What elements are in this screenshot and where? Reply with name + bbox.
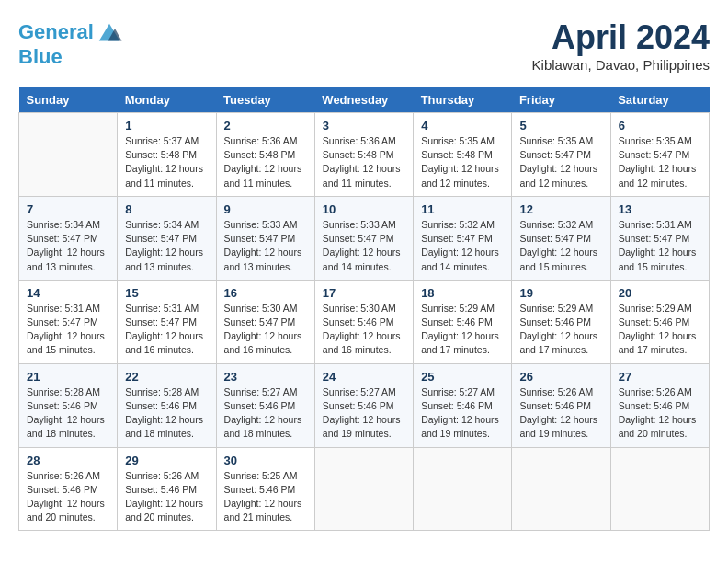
day-info: Sunrise: 5:35 AM Sunset: 5:48 PM Dayligh… bbox=[421, 134, 504, 190]
day-info: Sunrise: 5:29 AM Sunset: 5:46 PM Dayligh… bbox=[421, 302, 504, 358]
calendar-cell: 21Sunrise: 5:28 AM Sunset: 5:46 PM Dayli… bbox=[19, 363, 118, 447]
calendar-header-row: SundayMondayTuesdayWednesdayThursdayFrid… bbox=[19, 87, 710, 113]
day-info: Sunrise: 5:31 AM Sunset: 5:47 PM Dayligh… bbox=[125, 302, 208, 358]
day-number: 26 bbox=[519, 370, 602, 384]
calendar-cell: 1Sunrise: 5:37 AM Sunset: 5:48 PM Daylig… bbox=[118, 113, 216, 197]
day-info: Sunrise: 5:26 AM Sunset: 5:46 PM Dayligh… bbox=[619, 385, 701, 442]
calendar-cell: 4Sunrise: 5:35 AM Sunset: 5:48 PM Daylig… bbox=[414, 113, 512, 197]
day-info: Sunrise: 5:32 AM Sunset: 5:47 PM Dayligh… bbox=[519, 218, 602, 274]
day-info: Sunrise: 5:26 AM Sunset: 5:46 PM Dayligh… bbox=[125, 469, 208, 525]
day-number: 1 bbox=[125, 119, 208, 132]
calendar-cell: 26Sunrise: 5:26 AM Sunset: 5:46 PM Dayli… bbox=[512, 363, 610, 447]
day-number: 17 bbox=[323, 286, 405, 300]
calendar-cell: 18Sunrise: 5:29 AM Sunset: 5:46 PM Dayli… bbox=[414, 280, 512, 363]
day-info: Sunrise: 5:34 AM Sunset: 5:47 PM Dayligh… bbox=[125, 218, 208, 274]
calendar-cell: 19Sunrise: 5:29 AM Sunset: 5:46 PM Dayli… bbox=[512, 280, 610, 363]
calendar-cell: 24Sunrise: 5:27 AM Sunset: 5:46 PM Dayli… bbox=[314, 363, 413, 447]
calendar-cell: 29Sunrise: 5:26 AM Sunset: 5:46 PM Dayli… bbox=[118, 447, 216, 531]
logo-text2: Blue bbox=[18, 46, 123, 68]
calendar-cell bbox=[414, 447, 512, 531]
day-number: 25 bbox=[421, 370, 504, 384]
calendar-cell: 27Sunrise: 5:26 AM Sunset: 5:46 PM Dayli… bbox=[610, 363, 709, 447]
logo: General Blue bbox=[18, 18, 123, 68]
calendar-cell: 16Sunrise: 5:30 AM Sunset: 5:47 PM Dayli… bbox=[216, 280, 314, 363]
calendar-cell: 25Sunrise: 5:27 AM Sunset: 5:46 PM Dayli… bbox=[414, 363, 512, 447]
calendar-body: 1Sunrise: 5:37 AM Sunset: 5:48 PM Daylig… bbox=[19, 113, 710, 531]
day-info: Sunrise: 5:30 AM Sunset: 5:46 PM Dayligh… bbox=[323, 302, 405, 358]
day-info: Sunrise: 5:29 AM Sunset: 5:46 PM Dayligh… bbox=[519, 302, 602, 358]
page-header: General Blue April 2024 Kiblawan, Davao,… bbox=[18, 18, 710, 73]
day-info: Sunrise: 5:28 AM Sunset: 5:46 PM Dayligh… bbox=[125, 385, 208, 442]
col-header-friday: Friday bbox=[512, 87, 610, 113]
calendar-week-row: 21Sunrise: 5:28 AM Sunset: 5:46 PM Dayli… bbox=[19, 363, 710, 447]
calendar-cell bbox=[610, 447, 709, 531]
day-number: 10 bbox=[323, 202, 405, 216]
col-header-thursday: Thursday bbox=[414, 87, 512, 113]
day-number: 27 bbox=[619, 370, 701, 384]
calendar-cell: 2Sunrise: 5:36 AM Sunset: 5:48 PM Daylig… bbox=[216, 113, 314, 197]
day-number: 12 bbox=[519, 202, 602, 216]
day-info: Sunrise: 5:31 AM Sunset: 5:47 PM Dayligh… bbox=[619, 218, 701, 274]
col-header-sunday: Sunday bbox=[19, 87, 118, 113]
month-title: April 2024 bbox=[532, 18, 710, 57]
day-info: Sunrise: 5:29 AM Sunset: 5:46 PM Dayligh… bbox=[619, 302, 701, 358]
day-info: Sunrise: 5:33 AM Sunset: 5:47 PM Dayligh… bbox=[224, 218, 307, 274]
day-number: 18 bbox=[421, 286, 504, 300]
calendar-cell bbox=[314, 447, 413, 531]
calendar-cell: 30Sunrise: 5:25 AM Sunset: 5:46 PM Dayli… bbox=[216, 447, 314, 531]
day-info: Sunrise: 5:32 AM Sunset: 5:47 PM Dayligh… bbox=[421, 218, 504, 274]
calendar-week-row: 7Sunrise: 5:34 AM Sunset: 5:47 PM Daylig… bbox=[19, 196, 710, 280]
day-number: 9 bbox=[224, 202, 307, 216]
day-number: 13 bbox=[619, 202, 701, 216]
location: Kiblawan, Davao, Philippines bbox=[532, 57, 710, 73]
calendar-cell: 23Sunrise: 5:27 AM Sunset: 5:46 PM Dayli… bbox=[216, 363, 314, 447]
day-number: 5 bbox=[519, 119, 602, 132]
calendar-cell: 9Sunrise: 5:33 AM Sunset: 5:47 PM Daylig… bbox=[216, 196, 314, 280]
calendar-cell: 28Sunrise: 5:26 AM Sunset: 5:46 PM Dayli… bbox=[19, 447, 118, 531]
day-number: 7 bbox=[27, 202, 109, 216]
title-block: April 2024 Kiblawan, Davao, Philippines bbox=[532, 18, 710, 73]
logo-text: General bbox=[18, 21, 94, 43]
col-header-saturday: Saturday bbox=[610, 87, 709, 113]
col-header-monday: Monday bbox=[118, 87, 216, 113]
day-info: Sunrise: 5:30 AM Sunset: 5:47 PM Dayligh… bbox=[224, 302, 307, 358]
day-number: 23 bbox=[224, 370, 307, 384]
day-number: 11 bbox=[421, 202, 504, 216]
calendar-cell bbox=[19, 113, 118, 197]
day-number: 28 bbox=[27, 454, 109, 467]
day-info: Sunrise: 5:35 AM Sunset: 5:47 PM Dayligh… bbox=[519, 134, 602, 190]
calendar-cell: 22Sunrise: 5:28 AM Sunset: 5:46 PM Dayli… bbox=[118, 363, 216, 447]
day-number: 21 bbox=[27, 370, 109, 384]
day-info: Sunrise: 5:26 AM Sunset: 5:46 PM Dayligh… bbox=[27, 469, 109, 525]
day-info: Sunrise: 5:33 AM Sunset: 5:47 PM Dayligh… bbox=[323, 218, 405, 274]
day-info: Sunrise: 5:27 AM Sunset: 5:46 PM Dayligh… bbox=[224, 385, 307, 442]
calendar-cell: 12Sunrise: 5:32 AM Sunset: 5:47 PM Dayli… bbox=[512, 196, 610, 280]
day-number: 22 bbox=[125, 370, 208, 384]
col-header-tuesday: Tuesday bbox=[216, 87, 314, 113]
day-number: 19 bbox=[519, 286, 602, 300]
day-info: Sunrise: 5:34 AM Sunset: 5:47 PM Dayligh… bbox=[27, 218, 109, 274]
calendar-cell: 6Sunrise: 5:35 AM Sunset: 5:47 PM Daylig… bbox=[610, 113, 709, 197]
calendar-cell: 13Sunrise: 5:31 AM Sunset: 5:47 PM Dayli… bbox=[610, 196, 709, 280]
day-number: 29 bbox=[125, 454, 208, 467]
calendar-cell: 3Sunrise: 5:36 AM Sunset: 5:48 PM Daylig… bbox=[314, 113, 413, 197]
day-number: 6 bbox=[619, 119, 701, 132]
day-info: Sunrise: 5:27 AM Sunset: 5:46 PM Dayligh… bbox=[421, 385, 504, 442]
day-number: 14 bbox=[27, 286, 109, 300]
day-info: Sunrise: 5:26 AM Sunset: 5:46 PM Dayligh… bbox=[519, 385, 602, 442]
calendar-cell: 7Sunrise: 5:34 AM Sunset: 5:47 PM Daylig… bbox=[19, 196, 118, 280]
calendar-cell bbox=[512, 447, 610, 531]
calendar-cell: 17Sunrise: 5:30 AM Sunset: 5:46 PM Dayli… bbox=[314, 280, 413, 363]
day-number: 8 bbox=[125, 202, 208, 216]
calendar-cell: 15Sunrise: 5:31 AM Sunset: 5:47 PM Dayli… bbox=[118, 280, 216, 363]
day-info: Sunrise: 5:25 AM Sunset: 5:46 PM Dayligh… bbox=[224, 469, 307, 525]
day-info: Sunrise: 5:27 AM Sunset: 5:46 PM Dayligh… bbox=[323, 385, 405, 442]
calendar-cell: 14Sunrise: 5:31 AM Sunset: 5:47 PM Dayli… bbox=[19, 280, 118, 363]
calendar-week-row: 1Sunrise: 5:37 AM Sunset: 5:48 PM Daylig… bbox=[19, 113, 710, 197]
day-info: Sunrise: 5:28 AM Sunset: 5:46 PM Dayligh… bbox=[27, 385, 109, 442]
calendar-table: SundayMondayTuesdayWednesdayThursdayFrid… bbox=[18, 87, 710, 531]
day-info: Sunrise: 5:31 AM Sunset: 5:47 PM Dayligh… bbox=[27, 302, 109, 358]
day-number: 20 bbox=[619, 286, 701, 300]
day-info: Sunrise: 5:36 AM Sunset: 5:48 PM Dayligh… bbox=[323, 134, 405, 190]
day-number: 4 bbox=[421, 119, 504, 132]
